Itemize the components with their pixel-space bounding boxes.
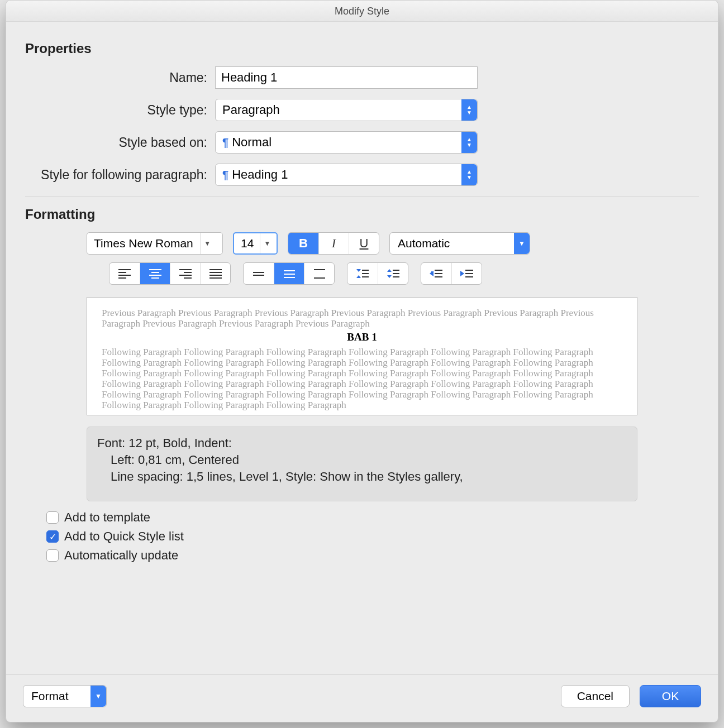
svg-rect-7 — [151, 277, 159, 279]
font-color-select[interactable]: Automatic ▼ — [389, 232, 530, 255]
properties-heading: Properties — [25, 41, 699, 56]
svg-rect-6 — [149, 275, 161, 276]
font-size-value: 14 — [234, 237, 260, 250]
style-preview: Previous Paragraph Previous Paragraph Pr… — [87, 297, 637, 415]
align-justify-button[interactable] — [200, 263, 230, 284]
space-before-button[interactable] — [347, 263, 378, 284]
svg-rect-22 — [314, 277, 325, 279]
spacing-2-icon — [312, 267, 327, 280]
desc-line-2: Left: 0,81 cm, Centered — [97, 452, 627, 468]
chevron-updown-icon: ▲▼ — [461, 132, 477, 153]
following-label: Style for following paragraph: — [25, 167, 215, 183]
svg-rect-1 — [118, 272, 126, 273]
align-center-button[interactable] — [140, 263, 170, 284]
svg-rect-13 — [209, 272, 222, 273]
increase-indent-icon — [460, 267, 474, 280]
svg-rect-41 — [465, 276, 473, 277]
underline-button[interactable]: U — [349, 233, 379, 254]
svg-rect-30 — [393, 270, 399, 271]
spacing-2-button[interactable] — [304, 263, 334, 284]
line-spacing-group — [243, 262, 335, 285]
desc-line-1: Font: 12 pt, Bold, Indent: — [97, 435, 627, 452]
font-family-value: Times New Roman — [87, 237, 200, 250]
svg-rect-25 — [362, 270, 369, 271]
font-size-select[interactable]: 14 ▼ — [233, 232, 278, 255]
style-type-label: Style type: — [25, 103, 215, 118]
align-right-button[interactable] — [170, 263, 200, 284]
chevron-updown-icon: ▲▼ — [461, 99, 477, 121]
separator — [25, 196, 699, 197]
format-menu-label: Format — [31, 689, 69, 703]
based-on-select[interactable]: ¶ Normal ▲▼ — [215, 131, 478, 154]
cancel-button[interactable]: Cancel — [561, 685, 630, 707]
svg-rect-40 — [465, 273, 473, 274]
chevron-down-icon: ▼ — [90, 686, 106, 707]
font-family-select[interactable]: Times New Roman ▼ — [87, 232, 223, 255]
spacing-1-5-icon — [282, 267, 297, 280]
svg-rect-3 — [118, 277, 126, 279]
svg-marker-24 — [356, 275, 361, 278]
preview-following-text: Following Paragraph Following Paragraph … — [102, 347, 622, 410]
chevron-down-icon: ▼ — [514, 233, 530, 254]
space-after-button[interactable] — [378, 263, 408, 284]
svg-rect-35 — [435, 276, 442, 277]
add-to-quick-style-checkbox[interactable]: ✓ — [46, 530, 59, 543]
svg-rect-20 — [284, 277, 295, 278]
add-to-template-checkbox[interactable] — [46, 511, 59, 524]
bold-button[interactable]: B — [288, 233, 318, 254]
svg-rect-26 — [362, 273, 369, 274]
indent-group — [421, 262, 482, 285]
add-to-quick-style-label: Add to Quick Style list — [64, 529, 184, 544]
svg-rect-5 — [151, 272, 159, 273]
dialog-title: Modify Style — [6, 1, 718, 22]
formatting-heading: Formatting — [25, 207, 699, 222]
svg-rect-12 — [209, 269, 222, 270]
svg-rect-27 — [362, 276, 369, 277]
name-label: Name: — [25, 70, 215, 85]
svg-marker-28 — [387, 269, 392, 272]
align-justify-icon — [208, 267, 223, 280]
svg-rect-31 — [393, 273, 399, 274]
svg-rect-39 — [465, 270, 473, 271]
align-left-button[interactable] — [109, 263, 140, 284]
svg-rect-33 — [435, 270, 442, 271]
alignment-group — [109, 262, 231, 285]
pilcrow-icon: ¶ — [222, 169, 228, 181]
svg-marker-23 — [356, 269, 361, 272]
space-after-icon — [386, 267, 401, 280]
ok-button[interactable]: OK — [640, 685, 701, 707]
style-description: Font: 12 pt, Bold, Indent: Left: 0,81 cm… — [87, 427, 637, 501]
svg-rect-2 — [118, 275, 131, 276]
style-type-value: Paragraph — [222, 103, 280, 117]
based-on-label: Style based on: — [25, 135, 215, 150]
desc-line-3: Line spacing: 1,5 lines, Level 1, Style:… — [97, 468, 627, 485]
svg-rect-32 — [393, 276, 399, 277]
svg-rect-34 — [435, 273, 442, 274]
increase-indent-button[interactable] — [451, 263, 482, 284]
para-spacing-group — [347, 262, 408, 285]
italic-button[interactable]: I — [318, 233, 349, 254]
auto-update-checkbox[interactable] — [46, 549, 59, 562]
svg-marker-29 — [387, 275, 392, 278]
dialog-body: Properties Name: Style type: Paragraph ▲… — [6, 22, 718, 674]
preview-sample-heading: BAB 1 — [102, 331, 622, 343]
following-select[interactable]: ¶ Heading 1 ▲▼ — [215, 164, 478, 186]
svg-rect-21 — [314, 269, 325, 270]
decrease-indent-icon — [429, 267, 444, 280]
format-menu-button[interactable]: Format ▼ — [23, 685, 107, 707]
chevron-down-icon: ▼ — [200, 233, 215, 254]
spacing-1-icon — [251, 267, 266, 280]
chevron-down-icon: ▼ — [260, 233, 274, 253]
style-type-select[interactable]: Paragraph ▲▼ — [215, 99, 478, 121]
align-left-icon — [117, 267, 132, 280]
spacing-1-button[interactable] — [244, 263, 274, 284]
svg-rect-9 — [184, 272, 192, 273]
name-input[interactable] — [215, 66, 478, 89]
svg-rect-11 — [184, 277, 192, 279]
space-before-icon — [355, 267, 370, 280]
spacing-1-5-button[interactable] — [274, 263, 304, 284]
svg-rect-0 — [118, 269, 131, 270]
svg-rect-10 — [179, 275, 192, 276]
decrease-indent-button[interactable] — [421, 263, 451, 284]
svg-marker-42 — [460, 271, 464, 276]
